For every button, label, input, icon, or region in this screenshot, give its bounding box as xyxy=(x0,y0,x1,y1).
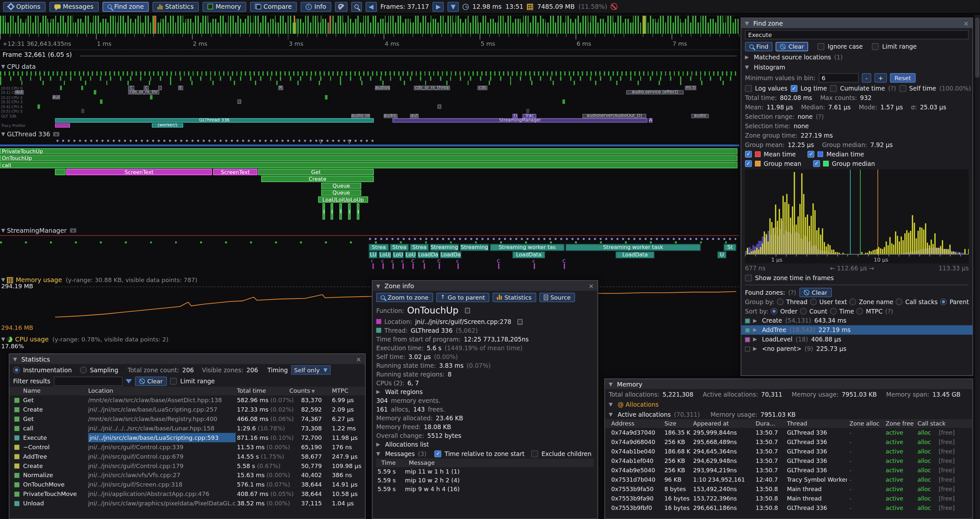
glthread-collapsed-band[interactable] xyxy=(0,144,740,146)
frame-dropdown-button[interactable]: ▼ xyxy=(447,2,458,12)
table-row[interactable]: Executejni/../jni/src/claw/base/LuaScrip… xyxy=(10,433,365,442)
cpu-row[interactable]: [0:2] CPU 2auc xyxy=(0,95,740,99)
table-row[interactable]: OnTouchMovejni/../jni/src/guif/Screen.cp… xyxy=(10,480,365,489)
zone-location[interactable]: jni/../jni/src/guif/Control.cpp:679 xyxy=(88,452,236,461)
location-value[interactable]: jni/../jni/src/guif/Screen.cpp:278 xyxy=(415,318,511,325)
zone[interactable]: LoUj xyxy=(379,252,391,259)
toolbar-button-info[interactable]: Info xyxy=(301,2,331,12)
statistics-button[interactable]: Statistics xyxy=(493,292,536,302)
allocation-row[interactable]: 0x7531d7b04096 KB1:10 234,952,16112:40.7… xyxy=(605,475,972,484)
filter-input[interactable] xyxy=(54,376,122,386)
cpu-row[interactable]: Tracy Profiler(worker/) xyxy=(0,123,740,127)
glthread-message-dots[interactable] xyxy=(55,139,375,143)
table-row[interactable]: Unloadjni/../jni/src/claw/graphics/pixel… xyxy=(10,498,365,508)
next-frame-button[interactable]: ▶ xyxy=(433,2,444,12)
zoom-to-zone-button[interactable]: Zoom to zone xyxy=(376,292,433,302)
cpu-zone[interactable]: (worker/) xyxy=(152,123,183,127)
message-row[interactable]: 5.59 smip 9 w 4 h 4 (16) xyxy=(376,485,594,494)
column-header-zone-free[interactable]: Zone free xyxy=(886,419,914,428)
cpu-row[interactable]: [0:0] CPU 0ccERaudioscds_ol_rx_threacdsm… xyxy=(0,85,740,89)
cpu-zone[interactable]: c xyxy=(128,85,134,89)
cpu-zone[interactable] xyxy=(438,104,441,109)
zone-location[interactable]: jni/../jni/src/claw/graphics/pixeldata/P… xyxy=(88,498,236,508)
zone[interactable]: PrivateTouchUp xyxy=(0,149,737,155)
column-header-address[interactable]: Address xyxy=(611,419,634,428)
zoom-tool-button[interactable] xyxy=(351,2,362,12)
cpu-zone[interactable]: R xyxy=(278,85,283,89)
callstack-alloc-link[interactable]: alloc xyxy=(917,475,931,484)
zone[interactable]: call xyxy=(0,162,737,168)
table-row[interactable]: Get/mnt/e/claw/src/claw/base/Registry.hp… xyxy=(10,414,365,423)
reset-button[interactable]: Reset xyxy=(890,73,915,83)
message-row[interactable]: 5.59 smip 10 w 2 h 2 (4) xyxy=(376,476,594,485)
legend-checkbox-group-mean[interactable]: ✓ xyxy=(745,160,752,167)
find-zone-input[interactable] xyxy=(745,30,969,39)
radio-parent[interactable] xyxy=(940,298,947,305)
zone-location[interactable]: jni/../jni/src/claw/base/LuaScripting.cp… xyxy=(88,405,236,414)
go-to-parent-button[interactable]: ↑Go to parent xyxy=(436,292,490,302)
message-mark[interactable]: c xyxy=(456,259,463,269)
table-row[interactable]: Createjni/../jni/src/guif/Control.cpp:17… xyxy=(10,461,365,470)
statistics-table-header[interactable]: NameLocationTotal timeCounts ▼MTPC xyxy=(10,386,365,395)
zone-info-titlebar[interactable]: ▼ Zone info × xyxy=(372,281,598,291)
hint-icon[interactable]: (?) xyxy=(885,308,893,315)
message-mark[interactable]: c xyxy=(391,259,397,269)
cpu-zone[interactable]: audios xyxy=(375,85,390,89)
cpu-zone[interactable]: cds xyxy=(477,85,487,89)
cpu-zone[interactable]: mi.ti xyxy=(685,85,696,89)
zone[interactable]: ( xyxy=(357,203,359,219)
toolbar-button-messages[interactable]: Messages xyxy=(49,2,98,12)
prev-frame-button[interactable]: ◀ xyxy=(366,2,377,12)
exclude-children-checkbox[interactable] xyxy=(531,450,538,457)
streaming-header[interactable]: ▼ StreamingManager xyxy=(1,227,76,235)
cpu-row[interactable]: [0:3] CPU 3 xyxy=(0,99,740,104)
cpu-zone[interactable] xyxy=(526,109,530,113)
zone[interactable]: Queue xyxy=(321,183,361,189)
zone[interactable]: E xyxy=(339,203,342,219)
radio-call-stacks[interactable] xyxy=(896,298,903,305)
zone-location[interactable]: /mnt/e/claw/src/claw/base/Registry.hpp:4… xyxy=(88,414,236,423)
stats-limit-range-checkbox[interactable] xyxy=(170,377,177,384)
cpu-zone[interactable]: cds_ol_rx_threa xyxy=(414,85,450,89)
min-values-decrease-button[interactable]: - xyxy=(862,73,871,83)
table-row[interactable]: Get/mnt/e/claw/src/claw/base/AssetDict.h… xyxy=(10,395,365,405)
found-zone-group[interactable]: ▶Create(54,131)643.34 ms xyxy=(741,316,972,325)
radio-zone-name[interactable] xyxy=(849,298,856,305)
radio-mtpc[interactable] xyxy=(856,308,863,315)
cpu-zone[interactable]: cds_ol_rx_thr xyxy=(128,90,159,94)
zone-location[interactable]: jni/../jni/src/guif/Screen.cpp:318 xyxy=(88,480,236,489)
found-zones-clear-button[interactable]: Clear xyxy=(799,287,832,297)
message-mark[interactable]: C xyxy=(438,259,444,269)
cpu-zone[interactable]: E xyxy=(178,85,183,89)
min-values-input[interactable] xyxy=(818,73,858,83)
memory-titlebar[interactable]: ▼ Memory xyxy=(605,379,972,389)
cpu-row[interactable] xyxy=(0,76,740,80)
cpu-zone[interactable]: A xyxy=(649,118,652,122)
cpu-data-header[interactable]: ▼ CPU data xyxy=(1,63,36,71)
zone[interactable]: Queue xyxy=(321,190,361,196)
cpu-zone[interactable]: audio. xyxy=(383,113,397,118)
zone[interactable]: Strea xyxy=(369,244,389,251)
cpu-zone[interactable] xyxy=(563,99,565,104)
message-mark[interactable]: c xyxy=(423,259,429,269)
cpu-zone[interactable] xyxy=(81,85,83,89)
self-time-checkbox[interactable] xyxy=(899,85,906,91)
column-header-size[interactable]: Size xyxy=(665,419,676,428)
show-zone-time-checkbox[interactable] xyxy=(745,274,752,281)
radio-thread[interactable] xyxy=(777,298,784,305)
table-row[interactable]: ~Controljni/../jni/src/guif/Control.cpp:… xyxy=(10,442,365,452)
instrumentation-radio[interactable] xyxy=(13,366,20,373)
cpu-zone[interactable]: Trac xyxy=(522,113,536,118)
zone[interactable]: LoU xyxy=(405,252,417,259)
cpu-zone[interactable]: audio xyxy=(691,113,709,118)
glthread-header[interactable]: ▼ GLThread 336 xyxy=(1,130,60,138)
zone[interactable] xyxy=(55,169,66,175)
found-zone-group[interactable]: ▶AddTree(18,542)227.19 ms xyxy=(741,325,972,335)
zone[interactable]: LoaULoiUpLoUp xyxy=(318,196,368,203)
cpu-zone[interactable]: aut xyxy=(410,113,418,118)
cpu-zone[interactable] xyxy=(55,123,70,127)
allocations-list-row[interactable]: ▶ Allocations list xyxy=(372,440,598,449)
allocation-row[interactable]: 0x74ab1be040186.68 KB294,645,364ns13:50.… xyxy=(605,447,972,456)
cpu-zone[interactable] xyxy=(100,99,102,104)
zone[interactable]: Streaming xyxy=(460,244,489,251)
